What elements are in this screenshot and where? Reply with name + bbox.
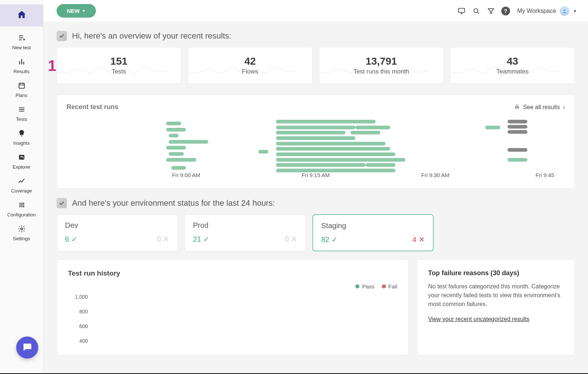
bottom-row: Test run history Pass Fail 1,00080060040… — [57, 259, 575, 355]
settings-icon — [18, 225, 26, 234]
y-tick: 600 — [68, 323, 88, 329]
plans-icon — [18, 82, 26, 91]
history-title: Test run history — [68, 269, 397, 277]
svg-point-4 — [23, 206, 24, 208]
sparkline-icon — [188, 58, 298, 77]
x-icon: ✕ — [291, 235, 297, 244]
run-band — [166, 158, 196, 162]
stat-card[interactable]: 43 Teammates — [450, 47, 575, 84]
sidebar-item-label: Insights — [13, 140, 30, 146]
svg-point-8 — [564, 9, 566, 11]
run-band — [276, 158, 406, 162]
chart-legend: Pass Fail — [68, 283, 397, 290]
run-band — [508, 130, 527, 134]
sidebar-item-plans[interactable]: Plans — [0, 78, 43, 102]
env-status-title: And here's your environment status for t… — [72, 198, 275, 208]
chat-bubble[interactable] — [16, 337, 38, 359]
run-band — [508, 125, 527, 129]
env-pass: 21 ✓ — [193, 235, 209, 244]
search-icon[interactable] — [469, 4, 484, 18]
env-fail: 0 ✕ — [157, 235, 169, 244]
y-axis: 1,000800600400 — [68, 294, 88, 345]
sidebar-item-label: New test — [12, 45, 31, 50]
env-name: Staging — [321, 222, 425, 230]
check-icon: ✓ — [71, 235, 78, 244]
new-label: NEW — [67, 8, 80, 14]
see-all-results-link[interactable]: See all results › — [514, 104, 565, 111]
history-chart: 1,000800600400 — [68, 294, 397, 345]
sidebar: New test Results Plans Tests Insights Ex… — [0, 0, 43, 374]
workspace-label: My Workspace — [517, 8, 556, 14]
stat-card[interactable]: 13,791 Test runs this month — [319, 47, 444, 84]
stat-card[interactable]: 151 Tests — [57, 47, 181, 84]
run-band — [276, 147, 391, 151]
filter-icon[interactable] — [484, 4, 498, 18]
emblem-icon — [57, 198, 67, 208]
sidebar-item-label: Settings — [13, 236, 30, 241]
results-icon — [18, 58, 26, 67]
run-band — [169, 152, 184, 156]
env-name: Dev — [65, 221, 169, 230]
explorer-icon — [18, 153, 26, 163]
run-band — [276, 169, 395, 172]
env-card[interactable]: Prod 21 ✓ 0 ✕ — [184, 214, 306, 251]
env-card[interactable]: Dev 6 ✓ 0 ✕ — [57, 214, 178, 251]
help-icon[interactable]: ? — [498, 4, 513, 18]
new-button[interactable]: NEW ▼ — [57, 4, 96, 18]
content: Hi, here's an overview of your recent re… — [43, 22, 588, 374]
sidebar-item-settings[interactable]: Settings — [0, 221, 43, 245]
sidebar-item-label: Results — [14, 69, 29, 74]
run-band — [171, 166, 186, 170]
failures-link[interactable]: View your recent uncategorized results — [428, 316, 529, 322]
run-band — [355, 120, 375, 123]
sidebar-item-tests[interactable]: Tests — [0, 102, 43, 126]
env-row: Dev 6 ✓ 0 ✕ Prod 21 ✓ 0 ✕ Staging 82 ✓ 4… — [57, 214, 575, 251]
bar-chart-icon — [514, 104, 520, 111]
run-band — [169, 140, 208, 144]
failures-panel: Top failure reasons (30 days) No test fa… — [417, 259, 575, 355]
svg-rect-1 — [19, 155, 24, 160]
check-icon: ✓ — [331, 235, 338, 244]
sidebar-item-explorer[interactable]: Explorer — [0, 150, 43, 173]
run-band — [166, 122, 181, 125]
axis-tick: Fri 9:15 AM — [302, 172, 330, 178]
run-band — [508, 120, 527, 123]
env-card[interactable]: Staging 82 ✓ 4 ✕ — [312, 214, 434, 251]
monitor-icon[interactable] — [454, 4, 469, 18]
stat-card[interactable]: 42 Flows — [188, 47, 312, 84]
chat-icon — [22, 341, 33, 354]
sidebar-item-label: Plans — [15, 93, 28, 98]
configuration-icon — [18, 201, 26, 211]
x-icon: ✕ — [163, 235, 169, 244]
axis-tick: Fri 9:45 — [535, 172, 554, 178]
sidebar-item-new-test[interactable]: New test — [0, 30, 43, 54]
sidebar-item-coverage[interactable]: Coverage — [0, 173, 43, 197]
caret-down-icon: ▼ — [82, 9, 86, 13]
run-band — [508, 148, 527, 152]
svg-rect-6 — [458, 8, 465, 12]
workspace-selector[interactable]: My Workspace ▼ — [517, 6, 577, 16]
run-band — [351, 131, 380, 134]
failures-text: No test failures categorized this month.… — [428, 282, 563, 309]
sparkline-icon — [319, 58, 430, 77]
sidebar-item-insights[interactable]: Insights — [0, 126, 43, 150]
run-band — [276, 126, 356, 129]
svg-point-3 — [20, 204, 22, 206]
legend-fail: Fail — [382, 283, 397, 290]
run-band — [169, 134, 179, 137]
run-band — [258, 150, 268, 154]
run-band — [276, 120, 366, 123]
sparkline-icon — [57, 58, 167, 77]
x-icon: ✕ — [419, 235, 425, 244]
run-band — [276, 163, 366, 167]
run-band — [276, 142, 371, 145]
sidebar-item-results[interactable]: Results — [0, 54, 43, 78]
sidebar-item-configuration[interactable]: Configuration — [0, 197, 43, 221]
y-tick: 400 — [68, 338, 88, 344]
check-icon: ✓ — [203, 235, 209, 244]
history-panel: Test run history Pass Fail 1,00080060040… — [57, 259, 409, 355]
sidebar-home[interactable] — [0, 4, 43, 26]
stat-row: 151 Tests 42 Flows 13,791 Test runs this… — [57, 47, 575, 84]
sidebar-item-label: Coverage — [11, 188, 32, 194]
tests-icon — [18, 105, 26, 115]
